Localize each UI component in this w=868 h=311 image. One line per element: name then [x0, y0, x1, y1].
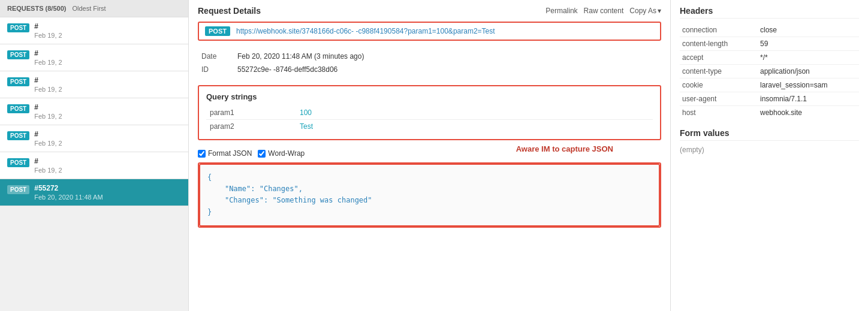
- json-controls: Format JSON Word-Wrap: [198, 149, 661, 158]
- sidebar-items-list: POST # Feb 19, 2 POST # Feb 19, 2 POST #…: [0, 17, 188, 206]
- method-badge: POST: [205, 26, 230, 36]
- copy-as-button[interactable]: Copy As ▾: [629, 7, 661, 15]
- word-wrap-checkbox[interactable]: [258, 150, 266, 158]
- header-row: content-typeapplication/json: [680, 65, 859, 78]
- header-row: accept*/*: [680, 51, 859, 65]
- id-row: ID 55272c9e- -8746-deff5dc38d06: [198, 63, 661, 76]
- form-values-title: Form values: [680, 128, 859, 141]
- param-name: param2: [206, 120, 296, 134]
- header-name: accept: [680, 51, 758, 65]
- id-value: 55272c9e- -8746-deff5dc38d06: [234, 63, 661, 76]
- header-value: */*: [758, 51, 859, 65]
- item-date: Feb 20, 2020 11:48 AM: [34, 194, 181, 201]
- item-date: Feb 19, 2: [34, 86, 181, 93]
- format-json-checkbox[interactable]: [198, 150, 206, 158]
- item-id: #: [34, 22, 181, 31]
- header-name: host: [680, 106, 758, 120]
- url-bar: POST https://webhook.site/3748166d-c06c-…: [198, 22, 661, 41]
- header-row: hostwebhook.site: [680, 106, 859, 120]
- item-date: Feb 19, 2: [34, 59, 181, 66]
- param-row: param2Test: [206, 120, 653, 134]
- form-values-empty: (empty): [680, 146, 859, 154]
- sort-label: Oldest First: [72, 5, 106, 12]
- post-badge: POST: [7, 158, 29, 167]
- requests-count-label: REQUESTS (8/500): [7, 5, 66, 12]
- header-name: user-agent: [680, 92, 758, 106]
- sidebar: REQUESTS (8/500) Oldest First POST # Feb…: [0, 0, 189, 311]
- header-value: application/json: [758, 65, 859, 78]
- sidebar-item[interactable]: POST # Feb 19, 2: [0, 71, 188, 98]
- header-row: content-length59: [680, 37, 859, 51]
- header-name: connection: [680, 23, 758, 37]
- item-date: Feb 19, 2: [34, 113, 181, 120]
- sidebar-header: REQUESTS (8/500) Oldest First: [0, 0, 188, 17]
- header-value: laravel_session=sam: [758, 78, 859, 92]
- post-badge: POST: [7, 104, 29, 113]
- request-url: https://webhook.site/3748166d-c06c- -c98…: [236, 27, 495, 35]
- item-id: #: [34, 49, 181, 58]
- date-label: Date: [198, 50, 234, 63]
- details-header: Request Details Permalink Raw content Co…: [198, 6, 661, 16]
- chevron-down-icon: ▾: [658, 7, 661, 15]
- sidebar-item[interactable]: POST # Feb 19, 2: [0, 44, 188, 71]
- item-date: Feb 19, 2: [34, 167, 181, 174]
- headers-table: connectionclosecontent-length59accept*/*…: [680, 23, 859, 119]
- header-name: cookie: [680, 78, 758, 92]
- item-id: #: [34, 130, 181, 138]
- header-value: close: [758, 23, 859, 37]
- header-row: user-agentinsomnia/7.1.1: [680, 92, 859, 106]
- meta-table: Date Feb 20, 2020 11:48 AM (3 minutes ag…: [198, 50, 661, 76]
- json-content: { "Name": "Changes", "Changes": "Somethi…: [199, 164, 660, 227]
- query-strings-section: Query strings param1100param2Test: [198, 85, 661, 140]
- json-section: { "Name": "Changes", "Changes": "Somethi…: [198, 162, 661, 228]
- sidebar-item[interactable]: POST # Feb 19, 2: [0, 98, 188, 125]
- param-value: 100: [296, 106, 653, 120]
- header-row: cookielaravel_session=sam: [680, 78, 859, 92]
- sidebar-item[interactable]: POST # Feb 19, 2: [0, 152, 188, 179]
- raw-content-link[interactable]: Raw content: [584, 7, 624, 15]
- headers-title: Headers: [680, 6, 859, 19]
- post-badge: POST: [7, 23, 29, 32]
- main-panel: Request Details Permalink Raw content Co…: [189, 0, 670, 311]
- param-row: param1100: [206, 106, 653, 120]
- header-value: 59: [758, 37, 859, 51]
- param-value: Test: [296, 120, 653, 134]
- id-label: ID: [198, 63, 234, 76]
- post-badge: POST: [7, 50, 29, 59]
- item-id: #: [34, 157, 181, 165]
- word-wrap-label[interactable]: Word-Wrap: [258, 149, 305, 158]
- date-value: Feb 20, 2020 11:48 AM (3 minutes ago): [234, 50, 661, 63]
- header-name: content-type: [680, 65, 758, 78]
- right-panel: Headers connectionclosecontent-length59a…: [670, 0, 868, 311]
- post-badge: POST: [7, 77, 29, 86]
- header-actions: Permalink Raw content Copy As ▾: [545, 7, 661, 15]
- section-title: Request Details: [198, 6, 545, 16]
- permalink-link[interactable]: Permalink: [545, 7, 577, 15]
- format-json-label[interactable]: Format JSON: [198, 149, 252, 158]
- item-id: #55272: [34, 184, 181, 192]
- param-name: param1: [206, 106, 296, 120]
- item-id: #: [34, 103, 181, 111]
- header-name: content-length: [680, 37, 758, 51]
- header-row: connectionclose: [680, 23, 859, 37]
- item-date: Feb 19, 2: [34, 32, 181, 39]
- query-strings-title: Query strings: [206, 92, 653, 101]
- item-date: Feb 19, 2: [34, 140, 181, 147]
- item-id: #: [34, 76, 181, 84]
- header-value: webhook.site: [758, 106, 859, 120]
- header-value: insomnia/7.1.1: [758, 92, 859, 106]
- post-badge: POST: [7, 185, 29, 194]
- sidebar-item[interactable]: POST # Feb 19, 2: [0, 17, 188, 44]
- date-row: Date Feb 20, 2020 11:48 AM (3 minutes ag…: [198, 50, 661, 63]
- post-badge: POST: [7, 131, 29, 140]
- params-table: param1100param2Test: [206, 106, 653, 133]
- sidebar-item[interactable]: POST # Feb 19, 2: [0, 125, 188, 152]
- sidebar-item[interactable]: POST #55272 Feb 20, 2020 11:48 AM: [0, 179, 188, 206]
